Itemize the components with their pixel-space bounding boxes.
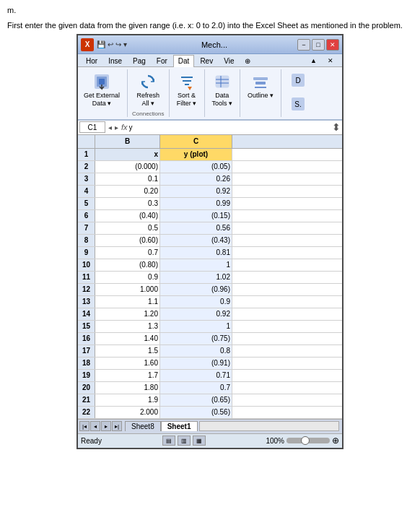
cell-c-19[interactable]: 0.71 (160, 370, 232, 381)
cell-b-3[interactable]: 0.1 (95, 173, 160, 185)
ribbon-content: Get ExternalData ▾ RefreshAll ▾ (78, 67, 342, 121)
row-number: 10 (78, 259, 95, 271)
formula-expand-button[interactable]: ⬍ (332, 121, 341, 133)
undo-icon[interactable]: ↩ (108, 40, 113, 48)
refresh-all-button[interactable]: RefreshAll ▾ (134, 69, 163, 110)
maximize-button[interactable]: □ (312, 39, 325, 51)
row-number: 19 (78, 370, 95, 381)
cell-b-20[interactable]: 1.80 (95, 382, 160, 394)
page-break-button[interactable]: ▦ (193, 436, 206, 446)
tab-inse[interactable]: Inse (103, 55, 127, 66)
row-number: 13 (78, 296, 95, 308)
extra-d-button[interactable]: D (287, 71, 309, 91)
get-external-data-button[interactable]: Get ExternalData ▾ (81, 69, 123, 110)
tab-dat[interactable]: Dat (173, 55, 195, 67)
cell-b-7[interactable]: 0.5 (95, 222, 160, 234)
tab-rev[interactable]: Rev (195, 55, 218, 66)
tab-hor[interactable]: Hor (81, 55, 102, 66)
cell-b-17[interactable]: 1.5 (95, 345, 160, 357)
cell-b-22[interactable]: 2.000 (95, 407, 160, 418)
cell-b-1[interactable]: x (95, 149, 160, 160)
cell-c-2[interactable]: (0.05) (160, 161, 232, 173)
table-row: 161.40(0.75) (78, 333, 342, 345)
cell-c-20[interactable]: 0.7 (160, 382, 232, 394)
tab-pag[interactable]: Pag (128, 55, 151, 66)
sheet-nav-last[interactable]: ▸| (112, 421, 122, 431)
cell-c-13[interactable]: 0.9 (160, 296, 232, 308)
sheet-tab-sheet1[interactable]: Sheet1 (161, 421, 198, 431)
cell-b-18[interactable]: 1.60 (95, 358, 160, 369)
cell-b-5[interactable]: 0.3 (95, 198, 160, 209)
cell-b-11[interactable]: 0.9 (95, 272, 160, 283)
cell-c-4[interactable]: 0.92 (160, 186, 232, 197)
ribbon-extra-buttons: D S. (286, 69, 310, 117)
cell-c-15[interactable]: 1 (160, 321, 232, 332)
tab-vie[interactable]: Vie (219, 55, 239, 66)
sheet-nav-next[interactable]: ▸ (101, 421, 111, 431)
cell-c-3[interactable]: 0.26 (160, 173, 232, 185)
cell-c-12[interactable]: (0.96) (160, 284, 232, 295)
close-button[interactable]: ✕ (326, 39, 339, 51)
cell-b-9[interactable]: 0.7 (95, 247, 160, 259)
col-header-c[interactable]: C (160, 135, 232, 148)
cell-c-6[interactable]: (0.15) (160, 210, 232, 222)
cell-b-8[interactable]: (0.60) (95, 235, 160, 246)
name-box[interactable] (79, 121, 105, 133)
sheet-nav-prev[interactable]: ◂ (90, 421, 100, 431)
cell-b-2[interactable]: (0.000) (95, 161, 160, 173)
ribbon-close[interactable]: ✕ (323, 55, 338, 66)
page-layout-button[interactable]: ▥ (178, 436, 191, 446)
cell-b-15[interactable]: 1.3 (95, 321, 160, 332)
cell-c-21[interactable]: (0.65) (160, 394, 232, 406)
data-tools-button[interactable]: DataTools ▾ (209, 69, 236, 110)
sort-filter-button[interactable]: Sort &Filter ▾ (174, 69, 200, 110)
svg-text:S.: S. (294, 100, 301, 108)
window-controls: − □ ✕ (297, 39, 339, 51)
save-quick-icon[interactable]: 💾 (97, 40, 105, 48)
zoom-slider[interactable] (286, 438, 330, 443)
status-view-buttons: ▤ ▥ ▦ (162, 436, 206, 446)
cell-b-14[interactable]: 1.20 (95, 308, 160, 320)
cell-c-8[interactable]: (0.43) (160, 235, 232, 246)
zoom-out-icon[interactable]: ⊕ (332, 436, 339, 446)
quick-menu-icon[interactable]: ▾ (123, 40, 127, 48)
cell-c-10[interactable]: 1 (160, 259, 232, 271)
cell-b-6[interactable]: (0.40) (95, 210, 160, 222)
cell-c-1[interactable]: y (plot) (160, 149, 232, 160)
outline-button[interactable]: Outline ▾ (245, 69, 276, 102)
cell-c-11[interactable]: 1.02 (160, 272, 232, 283)
cell-c-16[interactable]: (0.75) (160, 333, 232, 344)
formula-input[interactable] (129, 121, 331, 133)
cell-c-5[interactable]: 0.99 (160, 198, 232, 209)
cell-b-12[interactable]: 1.000 (95, 284, 160, 295)
cell-b-16[interactable]: 1.40 (95, 333, 160, 344)
sheet-nav-first[interactable]: |◂ (79, 421, 89, 431)
extra-s-button[interactable]: S. (287, 95, 309, 115)
cell-b-21[interactable]: 1.9 (95, 394, 160, 406)
redo-icon[interactable]: ↪ (115, 40, 121, 48)
cell-b-4[interactable]: 0.20 (95, 186, 160, 197)
fx-label: fx (121, 123, 128, 131)
minimize-button[interactable]: − (297, 39, 310, 51)
tab-extra[interactable]: ⊕ (240, 55, 255, 66)
cell-c-22[interactable]: (0.56) (160, 407, 232, 418)
ribbon-collapse[interactable]: ▲ (305, 55, 322, 66)
cell-c-7[interactable]: 0.56 (160, 222, 232, 234)
cell-c-18[interactable]: (0.91) (160, 358, 232, 369)
cell-b-19[interactable]: 1.7 (95, 370, 160, 381)
cell-b-13[interactable]: 1.1 (95, 296, 160, 308)
cell-c-17[interactable]: 0.8 (160, 345, 232, 357)
cell-c-9[interactable]: 0.81 (160, 247, 232, 259)
horizontal-scrollbar[interactable] (199, 421, 340, 431)
tab-for[interactable]: For (152, 55, 172, 66)
cell-c-14[interactable]: 0.92 (160, 308, 232, 320)
cell-b-10[interactable]: (0.80) (95, 259, 160, 271)
sheet-tab-sheet8[interactable]: Sheet8 (125, 421, 161, 431)
normal-view-button[interactable]: ▤ (162, 436, 175, 446)
ribbon-group-outline: Outline ▾ (245, 69, 281, 117)
col-header-b[interactable]: B (95, 135, 160, 148)
status-bar: Ready ▤ ▥ ▦ 100% ⊕ (78, 433, 342, 448)
row-number: 14 (78, 308, 95, 320)
outline-label: Outline ▾ (248, 92, 274, 100)
window-title: Mech... (131, 40, 297, 49)
